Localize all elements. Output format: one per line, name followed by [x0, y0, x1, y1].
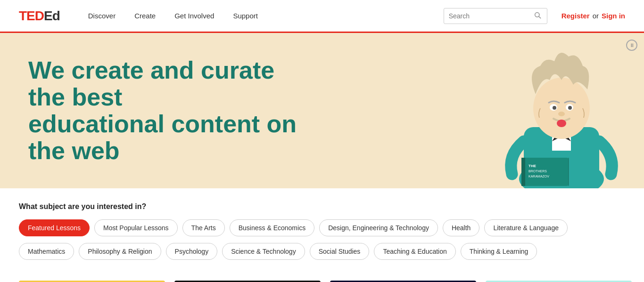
svg-point-12: [558, 112, 565, 116]
svg-text:THE: THE: [528, 164, 537, 168]
logo-ted: TED: [19, 8, 44, 24]
svg-point-13: [557, 120, 566, 127]
tag-most-popular[interactable]: Most Popular Lessons: [94, 219, 178, 236]
tag-the-arts[interactable]: The Arts: [182, 219, 225, 236]
search-bar: [444, 8, 547, 24]
subject-tags-row2: Mathematics Philosophy & Religion Psycho…: [19, 243, 625, 260]
tag-teaching-education[interactable]: Teaching & Education: [374, 243, 455, 260]
hero-illustration: THE BROTHERS KARAMAZOV: [479, 33, 644, 188]
subject-tags-row1: Featured Lessons Most Popular Lessons Th…: [19, 219, 625, 236]
svg-point-10: [553, 106, 556, 110]
signin-link[interactable]: Sign in: [602, 12, 625, 20]
hero-title: We create and curate the best educationa…: [28, 57, 302, 165]
nav-create[interactable]: Create: [134, 12, 156, 20]
search-input[interactable]: [449, 12, 534, 20]
logo-ed: Ed: [44, 8, 60, 24]
hero-section: We create and curate the best educationa…: [0, 33, 644, 188]
svg-text:KARAMAZOV: KARAMAZOV: [528, 175, 549, 178]
nav-support[interactable]: Support: [233, 12, 258, 20]
tag-social-studies[interactable]: Social Studies: [310, 243, 370, 260]
tag-psychology[interactable]: Psychology: [166, 243, 218, 260]
svg-text:BROTHERS: BROTHERS: [528, 169, 547, 173]
nav-get-involved[interactable]: Get Involved: [174, 12, 214, 20]
svg-rect-15: [521, 158, 525, 186]
tag-philosophy-religion[interactable]: Philosophy & Religion: [79, 243, 161, 260]
subject-question: What subject are you interested in?: [19, 202, 625, 211]
tag-business-economics[interactable]: Business & Economics: [230, 219, 314, 236]
auth-or-text: or: [593, 12, 599, 20]
auth-links: Register or Sign in: [561, 12, 625, 20]
svg-line-1: [539, 16, 540, 18]
search-icon: [534, 11, 541, 19]
tag-science-technology[interactable]: Science & Technology: [222, 243, 305, 260]
tag-design-engineering[interactable]: Design, Engineering & Technology: [319, 219, 438, 236]
lessons-row: THE HYSTERICAL TED-Ed COMPULSIVE: [0, 276, 644, 282]
tag-mathematics[interactable]: Mathematics: [19, 243, 74, 260]
search-button[interactable]: [534, 11, 541, 21]
main-nav: Discover Create Get Involved Support: [88, 12, 434, 20]
register-link[interactable]: Register: [561, 12, 590, 20]
tag-thinking-learning[interactable]: Thinking & Learning: [461, 243, 537, 260]
hero-content: We create and curate the best educationa…: [0, 38, 330, 184]
subject-section: What subject are you interested in? Feat…: [0, 188, 644, 276]
pause-button[interactable]: ⏸: [626, 40, 637, 51]
header: TEDEd Discover Create Get Involved Suppo…: [0, 0, 644, 33]
pause-icon: ⏸: [629, 42, 635, 48]
svg-point-0: [535, 12, 539, 16]
nav-discover[interactable]: Discover: [88, 12, 116, 20]
svg-point-11: [568, 106, 572, 110]
tag-health[interactable]: Health: [443, 219, 479, 236]
svg-point-7: [533, 78, 590, 139]
tag-featured-lessons[interactable]: Featured Lessons: [19, 219, 90, 236]
logo[interactable]: TEDEd: [19, 8, 60, 24]
tag-literature-language[interactable]: Literature & Language: [484, 219, 568, 236]
